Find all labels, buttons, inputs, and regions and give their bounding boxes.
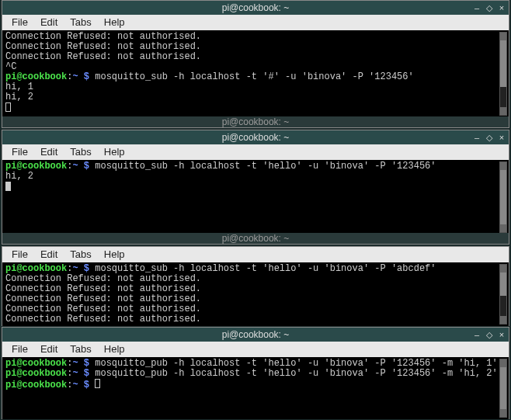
menu-help[interactable]: Help <box>99 15 130 30</box>
window-title: pi@cookbook: ~ <box>222 329 290 340</box>
obscured-titlebar: pi@cookbook: ~ <box>2 116 509 127</box>
scroll-up-icon[interactable] <box>500 265 506 272</box>
scroll-down-icon[interactable] <box>500 316 506 324</box>
menu-edit[interactable]: Edit <box>36 247 62 262</box>
window-controls: – ◇ × <box>473 328 506 342</box>
scrollbar[interactable] <box>499 161 507 233</box>
titlebar[interactable]: pi@cookbook: ~ – ◇ × <box>2 130 509 144</box>
titlebar[interactable]: pi@cookbook: ~ – ◇ × <box>2 1 509 15</box>
minimize-icon[interactable]: – <box>473 331 481 338</box>
menu-help[interactable]: Help <box>99 342 130 357</box>
menu-help[interactable]: Help <box>99 144 130 160</box>
scrollbar[interactable] <box>499 32 507 116</box>
scrollbar[interactable] <box>499 359 507 418</box>
terminal-output: Connection Refused: not authorised.Conne… <box>5 32 506 114</box>
menu-file[interactable]: File <box>7 144 33 160</box>
menu-file[interactable]: File <box>7 15 33 30</box>
maximize-icon[interactable]: ◇ <box>485 331 493 338</box>
terminal-window-1: pi@cookbook: ~ – ◇ × File Edit Tabs Help… <box>2 0 509 128</box>
window-title: pi@cookbook: ~ <box>222 132 290 143</box>
scroll-down-icon[interactable] <box>500 224 506 232</box>
minimize-icon[interactable]: – <box>473 134 481 141</box>
scroll-thumb[interactable] <box>500 40 506 87</box>
menubar: File Edit Tabs Help <box>2 247 509 262</box>
window-title: pi@cookbook: ~ <box>222 2 290 13</box>
scroll-thumb[interactable] <box>500 272 506 296</box>
menu-file[interactable]: File <box>7 342 33 357</box>
window-controls: – ◇ × <box>473 130 506 144</box>
menubar: File Edit Tabs Help <box>2 15 509 30</box>
titlebar[interactable]: pi@cookbook: ~ – ◇ × <box>2 328 509 342</box>
terminal-area[interactable]: Connection Refused: not authorised.Conne… <box>2 30 509 117</box>
terminal-window-4: pi@cookbook: ~ – ◇ × File Edit Tabs Help… <box>2 327 509 419</box>
menubar: File Edit Tabs Help <box>2 342 509 357</box>
close-icon[interactable]: × <box>498 331 506 338</box>
menu-help[interactable]: Help <box>99 247 130 262</box>
scroll-up-icon[interactable] <box>500 162 506 170</box>
obscured-titlebar: pi@cookbook: ~ <box>2 233 509 244</box>
close-icon[interactable]: × <box>498 4 506 12</box>
terminal-output: pi@cookbook:~ $ mosquitto_sub -h localho… <box>5 264 506 325</box>
terminal-area[interactable]: pi@cookbook:~ $ mosquitto_pub -h localho… <box>2 357 509 419</box>
scroll-thumb[interactable] <box>500 170 506 224</box>
scroll-up-icon[interactable] <box>500 33 506 40</box>
scroll-thumb[interactable] <box>500 367 506 409</box>
menu-file[interactable]: File <box>7 247 33 262</box>
menu-tabs[interactable]: Tabs <box>65 15 96 30</box>
terminal-output: pi@cookbook:~ $ mosquitto_pub -h localho… <box>5 359 506 390</box>
terminal-window-3: File Edit Tabs Help pi@cookbook:~ $ mosq… <box>2 246 509 326</box>
menu-edit[interactable]: Edit <box>36 144 62 160</box>
menu-tabs[interactable]: Tabs <box>65 144 96 160</box>
close-icon[interactable]: × <box>498 134 506 141</box>
menu-tabs[interactable]: Tabs <box>65 247 96 262</box>
terminal-area[interactable]: pi@cookbook:~ $ mosquitto_sub -h localho… <box>2 262 509 326</box>
menu-edit[interactable]: Edit <box>36 342 62 357</box>
menu-tabs[interactable]: Tabs <box>65 342 96 357</box>
terminal-window-2: pi@cookbook: ~ – ◇ × File Edit Tabs Help… <box>2 130 509 245</box>
maximize-icon[interactable]: ◇ <box>485 4 493 12</box>
minimize-icon[interactable]: – <box>473 4 481 12</box>
menu-edit[interactable]: Edit <box>36 15 62 30</box>
maximize-icon[interactable]: ◇ <box>485 134 493 141</box>
scroll-down-icon[interactable] <box>500 409 506 417</box>
terminal-area[interactable]: pi@cookbook:~ $ mosquitto_sub -h localho… <box>2 160 509 234</box>
terminal-output: pi@cookbook:~ $ mosquitto_sub -h localho… <box>5 161 506 193</box>
window-controls: – ◇ × <box>473 1 506 15</box>
scrollbar[interactable] <box>499 264 507 325</box>
menubar: File Edit Tabs Help <box>2 144 509 160</box>
scroll-down-icon[interactable] <box>500 107 506 115</box>
scroll-up-icon[interactable] <box>500 359 506 367</box>
